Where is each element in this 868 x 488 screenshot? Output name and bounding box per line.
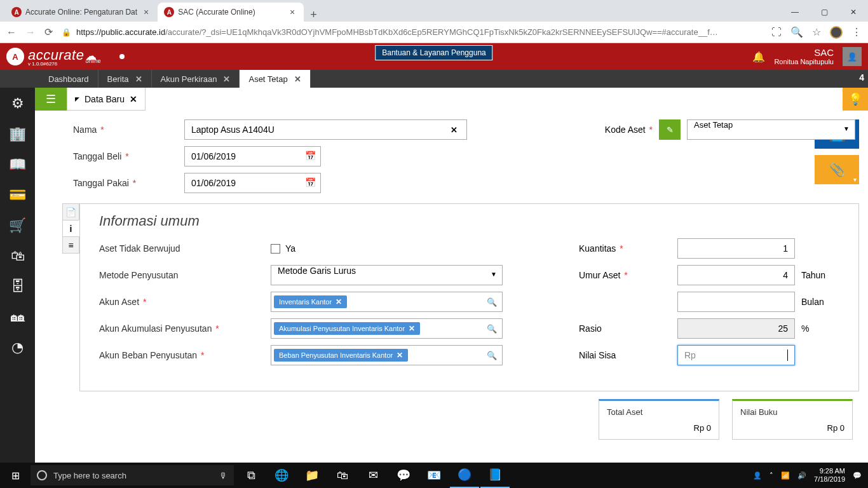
- attach-button[interactable]: 📎: [815, 155, 859, 184]
- idea-button[interactable]: 💡: [843, 88, 868, 111]
- new-tab-button[interactable]: +: [304, 8, 323, 22]
- nilai-sisa-input[interactable]: Rp: [677, 345, 795, 365]
- panel-tab-info[interactable]: i: [62, 220, 79, 237]
- outlook-icon[interactable]: 📧: [419, 463, 449, 488]
- notifications-icon[interactable]: 💬: [853, 471, 862, 480]
- panel-tab-list[interactable]: 📄: [62, 203, 79, 220]
- tab-close-icon[interactable]: ×: [141, 7, 151, 17]
- calendar-icon[interactable]: 📅: [305, 151, 316, 161]
- network-icon[interactable]: 📶: [781, 471, 790, 480]
- tgl-pakai-label: Tanggal Pakai *: [73, 178, 184, 188]
- clear-icon[interactable]: ✕: [451, 125, 458, 135]
- calendar-icon[interactable]: 📅: [305, 177, 316, 187]
- nilai-buku-label: Nilai Buku: [740, 407, 844, 417]
- tag-akun-aset: Inventaris Kantor✕: [274, 295, 347, 308]
- chart-icon[interactable]: ◔: [11, 339, 24, 356]
- subtab-data-baru[interactable]: ◤ Data Baru ✕: [67, 88, 146, 111]
- intangible-checkbox[interactable]: [271, 244, 280, 254]
- tray-up-icon[interactable]: ˄: [770, 471, 773, 480]
- store-icon[interactable]: 🛍: [328, 463, 357, 488]
- chat-icon[interactable]: 💬: [389, 463, 418, 488]
- akun-beban-lookup[interactable]: Beban Penyusutan Inventaris Kantor✕: [271, 345, 503, 365]
- back-button[interactable]: ←: [6, 27, 17, 38]
- close-window-button[interactable]: ✕: [839, 3, 868, 22]
- translate-icon[interactable]: ⛶: [771, 27, 782, 38]
- subtab-label: Data Baru: [85, 94, 125, 104]
- people-icon[interactable]: 👤: [753, 471, 762, 480]
- list-button[interactable]: ☰: [35, 88, 67, 111]
- minimize-button[interactable]: —: [780, 3, 810, 22]
- umur-bulan-input[interactable]: [677, 292, 795, 312]
- tag-remove-icon[interactable]: ✕: [409, 324, 415, 333]
- user-avatar-icon[interactable]: 👤: [843, 47, 862, 66]
- gear-icon[interactable]: ⚙: [11, 95, 24, 112]
- close-icon[interactable]: ✕: [135, 74, 142, 84]
- mail-icon[interactable]: ✉: [358, 463, 388, 488]
- mic-icon[interactable]: 🎙: [219, 471, 227, 480]
- favicon-icon: A: [164, 7, 174, 17]
- metode-value: Metode Garis Lurus: [278, 266, 356, 276]
- akun-akum-lookup[interactable]: Akumulasi Penyusutan Inventaris Kantor✕: [271, 318, 503, 339]
- book-icon[interactable]: 📖: [9, 156, 26, 173]
- nama-label: Nama *: [73, 125, 184, 135]
- wallet-icon[interactable]: 💳: [9, 187, 26, 203]
- tab-aset-tetap[interactable]: Aset Tetap✕: [240, 70, 310, 88]
- start-button[interactable]: ⊞: [0, 470, 31, 482]
- tab-close-icon[interactable]: ×: [287, 7, 297, 17]
- close-icon[interactable]: ✕: [223, 74, 230, 84]
- star-icon[interactable]: ☆: [812, 26, 821, 38]
- tag-remove-icon[interactable]: ✕: [397, 351, 403, 360]
- cart-icon[interactable]: 🛒: [9, 217, 26, 234]
- task-view-icon[interactable]: ⧉: [236, 463, 266, 488]
- kode-value: Aset Tetap: [694, 120, 733, 130]
- word-icon[interactable]: 📘: [480, 463, 510, 488]
- archive-icon[interactable]: 🗄: [11, 278, 25, 295]
- zoom-icon[interactable]: 🔍: [790, 26, 803, 38]
- panel-tab-stack[interactable]: ≡: [62, 236, 79, 254]
- kode-select[interactable]: Aset Tetap: [687, 119, 855, 140]
- tab-dashboard[interactable]: Dashboard: [39, 70, 98, 88]
- nama-input[interactable]: [184, 119, 467, 140]
- browser-tab-0[interactable]: A Accurate Online: Pengaturan Dat ×: [5, 3, 158, 22]
- metode-select[interactable]: Metode Garis Lurus: [271, 265, 503, 285]
- akun-akum-label: Akun Akumulasi Penyusutan *: [99, 323, 271, 334]
- chrome-icon[interactable]: 🔵: [450, 463, 479, 488]
- tab-berita[interactable]: Berita✕: [98, 70, 152, 88]
- tab-count-badge: 4: [859, 72, 864, 83]
- forward-button[interactable]: →: [25, 27, 36, 38]
- close-icon[interactable]: ✕: [130, 94, 137, 104]
- company-label: SAC: [774, 48, 834, 58]
- bag-icon[interactable]: 🛍: [11, 248, 25, 264]
- tray-clock[interactable]: 9:28 AM 7/18/2019: [814, 467, 845, 484]
- edit-kode-button[interactable]: ✎: [659, 119, 681, 140]
- building-icon[interactable]: 🏢: [9, 126, 26, 142]
- tab-title: Accurate Online: Pengaturan Dat: [25, 8, 137, 17]
- nilai-buku-value: Rp 0: [740, 423, 844, 433]
- profile-avatar[interactable]: [830, 26, 843, 39]
- volume-icon[interactable]: 🔊: [797, 471, 806, 480]
- tgl-pakai-input[interactable]: [184, 173, 321, 193]
- browser-tab-1[interactable]: A SAC (Accurate Online) ×: [158, 3, 304, 22]
- user-block[interactable]: SAC Ronitua Napitupulu: [774, 48, 834, 66]
- total-aset-box: Total Aset Rp 0: [599, 399, 719, 440]
- help-callout[interactable]: Bantuan & Layanan Pengguna: [375, 45, 492, 60]
- close-icon[interactable]: ✕: [294, 74, 301, 84]
- panel-title: Informasi umum: [99, 213, 846, 229]
- kuantitas-input[interactable]: [677, 238, 795, 259]
- buildings-icon[interactable]: 🏘: [11, 309, 25, 325]
- edge-icon[interactable]: 🌐: [267, 463, 296, 488]
- tag-remove-icon[interactable]: ✕: [336, 297, 342, 306]
- bell-icon[interactable]: 🔔: [752, 51, 765, 63]
- reload-button[interactable]: ⟳: [44, 26, 53, 38]
- akun-beban-label: Akun Beban Penyusutan *: [99, 350, 271, 360]
- taskbar-search[interactable]: Type here to search 🎙: [31, 465, 234, 485]
- umur-tahun-input[interactable]: [677, 265, 795, 285]
- menu-icon[interactable]: ⋮: [851, 26, 862, 38]
- tab-akun-perkiraan[interactable]: Akun Perkiraan✕: [152, 70, 240, 88]
- tgl-beli-input[interactable]: [184, 146, 321, 166]
- address-bar[interactable]: 🔒 https://public.accurate.id/accurate/?_…: [62, 27, 763, 37]
- total-aset-value: Rp 0: [607, 423, 711, 433]
- maximize-button[interactable]: ▢: [810, 3, 839, 22]
- akun-aset-lookup[interactable]: Inventaris Kantor✕: [271, 292, 503, 312]
- explorer-icon[interactable]: 📁: [297, 463, 327, 488]
